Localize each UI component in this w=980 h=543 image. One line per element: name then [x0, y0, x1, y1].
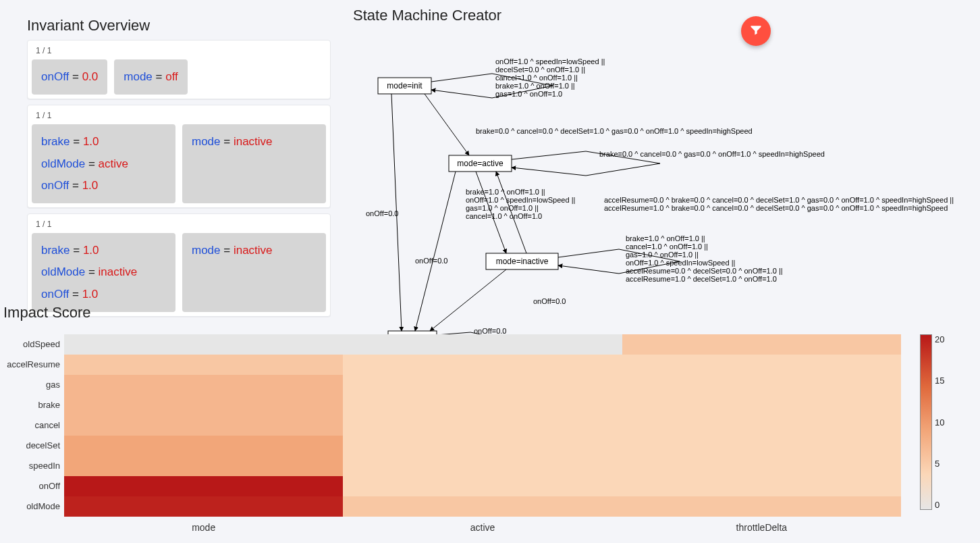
heatmap-cell[interactable]	[343, 334, 622, 355]
invariant-key: mode	[192, 135, 221, 148]
state-edge-label: brake=0.0 ^ cancel=0.0 ^ gas=0.0 ^ onOff…	[599, 150, 825, 158]
invariant-panel: Invariant Overview 1 / 1onOff = 0.0mode …	[27, 17, 331, 317]
heatmap-cell[interactable]	[64, 496, 343, 517]
invariant-value: inactive	[99, 265, 138, 278]
impact-title: Impact Score	[3, 304, 91, 321]
state-machine-svg[interactable]: mode=initmode=activemode=inactivemode=of…	[348, 27, 975, 344]
state-machine-panel: State Machine Creator mode=initmode=acti…	[348, 7, 973, 331]
invariant-eq: =	[85, 157, 98, 170]
invariant-eq: =	[70, 135, 83, 148]
state-edge[interactable]	[425, 94, 469, 155]
heatmap-cell[interactable]	[64, 395, 343, 415]
state-edge-label: brake=1.0 ^ onOff=1.0 ||	[626, 234, 705, 242]
heatmap-grid[interactable]	[64, 334, 901, 517]
heatmap-x-axis: modeactivethrottleDelta	[64, 517, 901, 533]
heatmap-x-label: mode	[64, 517, 343, 533]
heatmap-cell[interactable]	[343, 436, 622, 456]
invariant-pill[interactable]: onOff = 0.0	[32, 59, 107, 95]
state-edge-label: onOff=1.0 ^ speedIn=lowSpeed ||	[466, 196, 575, 204]
state-node-label: mode=inactive	[496, 257, 549, 266]
heatmap-cell[interactable]	[64, 355, 343, 375]
heatmap-y-label: oldMode	[3, 496, 64, 517]
heatmap-cell[interactable]	[64, 456, 343, 476]
heatmap-cell[interactable]	[64, 436, 343, 456]
heatmap-cell[interactable]	[64, 334, 343, 355]
heatmap-y-label: gas	[3, 375, 64, 395]
invariant-eq: =	[153, 70, 165, 83]
heatmap-x-label: throttleDelta	[622, 517, 901, 533]
heatmap-y-label: decelSet	[3, 436, 64, 456]
invariant-title: Invariant Overview	[27, 17, 331, 34]
heatmap-cell[interactable]	[64, 415, 343, 436]
invariant-pill[interactable]: mode = inactive	[182, 233, 326, 312]
heatmap-cell[interactable]	[343, 375, 622, 395]
invariant-key: brake	[41, 244, 70, 257]
heatmap-cell[interactable]	[622, 415, 901, 436]
heatmap-x-label: active	[343, 517, 622, 533]
invariant-counter: 1 / 1	[32, 218, 326, 233]
invariant-key: mode	[124, 70, 153, 83]
invariant-key: oldMode	[41, 265, 85, 278]
state-edge-label: brake=1.0 ^ onOff=1.0 ||	[495, 82, 575, 90]
invariant-eq: =	[69, 179, 82, 192]
state-edge-label: gas=1.0 ^ onOff=1.0 ||	[626, 251, 699, 259]
invariant-key: mode	[192, 244, 221, 257]
invariant-counter: 1 / 1	[32, 109, 326, 124]
invariant-key: onOff	[41, 70, 69, 83]
invariant-counter: 1 / 1	[32, 45, 326, 59]
heatmap-y-label: speedIn	[3, 456, 64, 476]
state-edge-label: onOff=1.0 ^ speedIn=lowSpeed ||	[626, 259, 735, 267]
invariant-pill[interactable]: mode = inactive	[182, 124, 326, 203]
state-edge[interactable]	[415, 172, 456, 331]
heatmap-cell[interactable]	[64, 476, 343, 496]
heatmap-cell[interactable]	[622, 436, 901, 456]
heatmap-y-label: accelResume	[3, 355, 64, 375]
state-edge-label: onOff=0.0	[533, 297, 566, 305]
heatmap-cell[interactable]	[622, 496, 901, 517]
heatmap-legend: 20151050	[920, 334, 946, 510]
invariant-eq: =	[69, 288, 82, 301]
invariant-eq: =	[221, 244, 234, 257]
invariant-value: inactive	[234, 244, 273, 257]
heatmap-y-label: brake	[3, 395, 64, 415]
heatmap-cell[interactable]	[64, 375, 343, 395]
heatmap-y-axis: oldSpeedaccelResumegasbrakecanceldecelSe…	[3, 334, 64, 517]
heatmap-cell[interactable]	[622, 375, 901, 395]
invariant-key: brake	[41, 135, 70, 148]
heatmap-cell[interactable]	[343, 355, 622, 375]
heatmap-cell[interactable]	[343, 456, 622, 476]
heatmap-cell[interactable]	[622, 476, 901, 496]
state-edge-label: brake=1.0 ^ onOff=1.0 ||	[466, 188, 545, 196]
invariant-value: 1.0	[83, 244, 99, 257]
state-edge-label: cancel=1.0 ^ onOff=1.0 ||	[626, 242, 708, 251]
state-edge[interactable]	[430, 269, 506, 331]
state-edge-label: cancel=1.0 ^ onOff=1.0	[466, 212, 542, 220]
state-node-label: mode=active	[457, 159, 503, 168]
state-node-label: mode=init	[387, 81, 423, 90]
invariant-group[interactable]: 1 / 1brake = 1.0oldMode = activeonOff = …	[27, 105, 331, 208]
invariant-group[interactable]: 1 / 1onOff = 0.0mode = off	[27, 40, 331, 99]
invariant-value: active	[99, 157, 128, 170]
state-edge-label: accelResume=0.0 ^ decelSet=0.0 ^ onOff=1…	[626, 267, 783, 275]
heatmap-y-label: oldSpeed	[3, 334, 64, 355]
invariant-pill[interactable]: mode = off	[114, 59, 188, 95]
legend-tick: 10	[935, 417, 944, 428]
state-edge-label: onOff=0.0	[415, 257, 447, 265]
heatmap-cell[interactable]	[343, 395, 622, 415]
invariant-eq: =	[85, 265, 98, 278]
heatmap-panel: oldSpeedaccelResumegasbrakecanceldecelSe…	[3, 334, 973, 537]
heatmap-cell[interactable]	[343, 496, 622, 517]
heatmap-cell[interactable]	[622, 334, 901, 355]
state-edge-label: onOff=1.0 ^ speedIn=lowSpeed ||	[495, 57, 605, 66]
heatmap-cell[interactable]	[622, 355, 901, 375]
heatmap-cell[interactable]	[622, 456, 901, 476]
invariant-pill[interactable]: brake = 1.0oldMode = activeonOff = 1.0	[32, 124, 175, 203]
state-edge-label: decelSet=0.0 ^ onOff=1.0 ||	[495, 66, 585, 74]
heatmap-cell[interactable]	[343, 415, 622, 436]
invariant-eq: =	[221, 135, 234, 148]
heatmap-cell[interactable]	[622, 395, 901, 415]
legend-tick: 5	[935, 459, 944, 469]
invariant-group[interactable]: 1 / 1brake = 1.0oldMode = inactiveonOff …	[27, 213, 331, 317]
invariant-pill[interactable]: brake = 1.0oldMode = inactiveonOff = 1.0	[32, 233, 175, 312]
heatmap-cell[interactable]	[343, 476, 622, 496]
